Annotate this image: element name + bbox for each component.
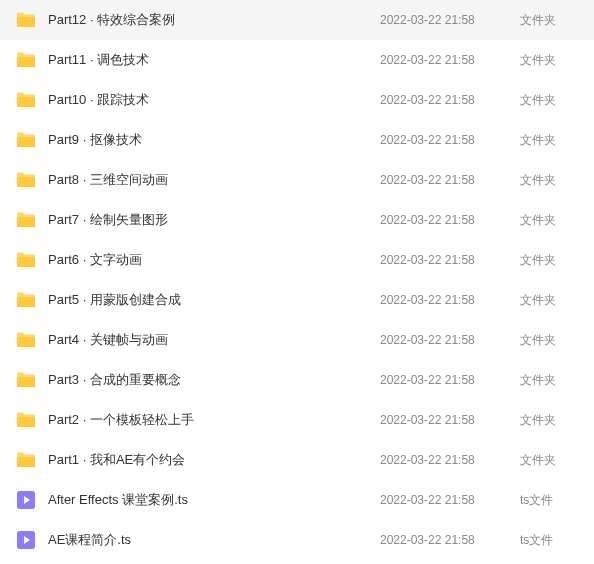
file-name: Part10 · 跟踪技术	[38, 91, 380, 109]
file-row[interactable]: Part12 · 特效综合案例2022-03-22 21:58文件夹	[0, 0, 594, 40]
file-row[interactable]: Part6 · 文字动画2022-03-22 21:58文件夹	[0, 240, 594, 280]
folder-icon	[14, 52, 38, 68]
file-date: 2022-03-22 21:58	[380, 293, 520, 307]
file-date: 2022-03-22 21:58	[380, 373, 520, 387]
file-type: 文件夹	[520, 332, 580, 349]
file-type: 文件夹	[520, 252, 580, 269]
file-name: Part2 · 一个模板轻松上手	[38, 411, 380, 429]
file-type: ts文件	[520, 492, 580, 509]
file-date: 2022-03-22 21:58	[380, 493, 520, 507]
file-name: After Effects 课堂案例.ts	[38, 491, 380, 509]
file-row[interactable]: Part1 · 我和AE有个约会2022-03-22 21:58文件夹	[0, 440, 594, 480]
file-row[interactable]: Part3 · 合成的重要概念2022-03-22 21:58文件夹	[0, 360, 594, 400]
file-date: 2022-03-22 21:58	[380, 93, 520, 107]
folder-icon	[14, 332, 38, 348]
file-date: 2022-03-22 21:58	[380, 213, 520, 227]
folder-icon	[14, 212, 38, 228]
file-row[interactable]: Part2 · 一个模板轻松上手2022-03-22 21:58文件夹	[0, 400, 594, 440]
file-row[interactable]: Part5 · 用蒙版创建合成2022-03-22 21:58文件夹	[0, 280, 594, 320]
folder-icon	[14, 172, 38, 188]
file-name: AE课程简介.ts	[38, 531, 380, 549]
file-type: 文件夹	[520, 12, 580, 29]
file-name: Part11 · 调色技术	[38, 51, 380, 69]
file-type: 文件夹	[520, 452, 580, 469]
file-row[interactable]: AE课程简介.ts2022-03-22 21:58ts文件	[0, 520, 594, 560]
file-date: 2022-03-22 21:58	[380, 133, 520, 147]
file-date: 2022-03-22 21:58	[380, 333, 520, 347]
file-row[interactable]: Part8 · 三维空间动画2022-03-22 21:58文件夹	[0, 160, 594, 200]
file-type: 文件夹	[520, 292, 580, 309]
file-row[interactable]: Part4 · 关键帧与动画2022-03-22 21:58文件夹	[0, 320, 594, 360]
file-date: 2022-03-22 21:58	[380, 413, 520, 427]
file-name: Part5 · 用蒙版创建合成	[38, 291, 380, 309]
file-type: 文件夹	[520, 92, 580, 109]
file-type: 文件夹	[520, 212, 580, 229]
file-date: 2022-03-22 21:58	[380, 533, 520, 547]
file-date: 2022-03-22 21:58	[380, 13, 520, 27]
file-list: Part12 · 特效综合案例2022-03-22 21:58文件夹Part11…	[0, 0, 594, 560]
folder-icon	[14, 292, 38, 308]
video-file-icon	[14, 531, 38, 549]
file-date: 2022-03-22 21:58	[380, 173, 520, 187]
video-file-icon	[14, 491, 38, 509]
file-row[interactable]: Part7 · 绘制矢量图形2022-03-22 21:58文件夹	[0, 200, 594, 240]
file-row[interactable]: Part11 · 调色技术2022-03-22 21:58文件夹	[0, 40, 594, 80]
file-type: ts文件	[520, 532, 580, 549]
folder-icon	[14, 372, 38, 388]
file-date: 2022-03-22 21:58	[380, 53, 520, 67]
folder-icon	[14, 412, 38, 428]
folder-icon	[14, 452, 38, 468]
file-type: 文件夹	[520, 52, 580, 69]
file-name: Part4 · 关键帧与动画	[38, 331, 380, 349]
file-row[interactable]: After Effects 课堂案例.ts2022-03-22 21:58ts文…	[0, 480, 594, 520]
file-name: Part3 · 合成的重要概念	[38, 371, 380, 389]
folder-icon	[14, 92, 38, 108]
file-type: 文件夹	[520, 372, 580, 389]
file-name: Part7 · 绘制矢量图形	[38, 211, 380, 229]
file-type: 文件夹	[520, 412, 580, 429]
file-type: 文件夹	[520, 132, 580, 149]
file-date: 2022-03-22 21:58	[380, 453, 520, 467]
file-row[interactable]: Part9 · 抠像技术2022-03-22 21:58文件夹	[0, 120, 594, 160]
folder-icon	[14, 12, 38, 28]
file-name: Part6 · 文字动画	[38, 251, 380, 269]
folder-icon	[14, 252, 38, 268]
file-type: 文件夹	[520, 172, 580, 189]
file-row[interactable]: Part10 · 跟踪技术2022-03-22 21:58文件夹	[0, 80, 594, 120]
folder-icon	[14, 132, 38, 148]
file-name: Part12 · 特效综合案例	[38, 11, 380, 29]
file-name: Part1 · 我和AE有个约会	[38, 451, 380, 469]
file-name: Part9 · 抠像技术	[38, 131, 380, 149]
file-date: 2022-03-22 21:58	[380, 253, 520, 267]
file-name: Part8 · 三维空间动画	[38, 171, 380, 189]
